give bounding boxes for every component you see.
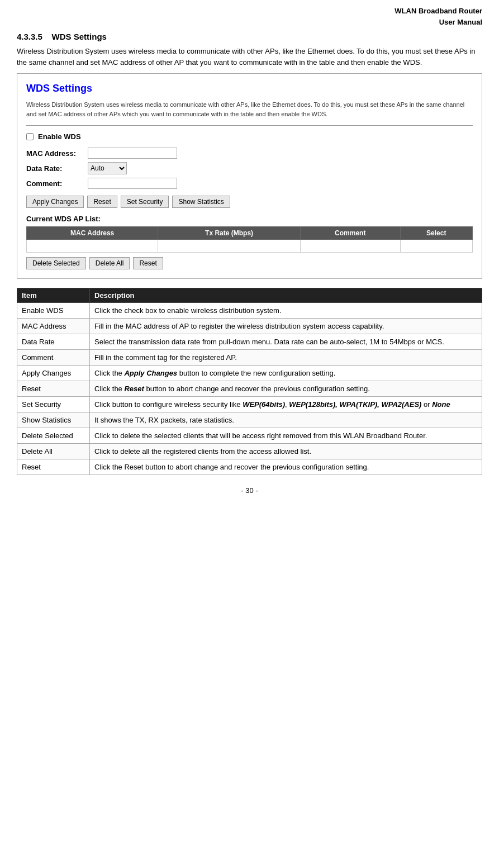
mac-address-input[interactable]: [88, 148, 177, 159]
desc-data-rate: Select the transmission data rate from p…: [90, 334, 482, 350]
page-number: - 30 -: [17, 486, 482, 495]
comment-input[interactable]: [88, 178, 177, 189]
table-row: Comment Fill in the comment tag for the …: [17, 350, 482, 366]
enable-wds-row: Enable WDS: [26, 132, 473, 141]
comment-row: Comment:: [26, 178, 473, 189]
action-buttons-row: Apply Changes Reset Set Security Show St…: [26, 196, 473, 208]
item-mac-address: MAC Address: [17, 319, 90, 334]
set-security-button[interactable]: Set Security: [121, 196, 169, 208]
data-rate-label: Data Rate:: [26, 164, 88, 173]
table-row: Data Rate Select the transmission data r…: [17, 334, 482, 350]
reset-table-button[interactable]: Reset: [133, 257, 163, 269]
col-header-txrate: Tx Rate (Mbps): [158, 227, 301, 240]
desc-col-description: Description: [90, 288, 482, 303]
item-data-rate: Data Rate: [17, 334, 90, 350]
desc-show-statistics: It shows the TX, RX packets, rate statis…: [90, 412, 482, 428]
desc-enable-wds: Click the check box to enable wireless d…: [90, 303, 482, 319]
intro-text: Wireless Distribution System uses wirele…: [17, 46, 482, 68]
delete-all-button[interactable]: Delete All: [89, 257, 130, 269]
col-header-select: Select: [400, 227, 472, 240]
reset-button[interactable]: Reset: [87, 196, 117, 208]
table-row: Delete Selected Click to delete the sele…: [17, 428, 482, 444]
description-table: Item Description Enable WDS Click the ch…: [17, 288, 482, 475]
table-row: MAC Address Fill in the MAC address of A…: [17, 319, 482, 334]
item-show-statistics: Show Statistics: [17, 412, 90, 428]
table-row: Reset Click the Reset button to abort ch…: [17, 459, 482, 475]
wds-settings-box: WDS Settings Wireless Distribution Syste…: [17, 73, 482, 279]
desc-reset: Click the Reset button to abort change a…: [90, 381, 482, 397]
delete-selected-button[interactable]: Delete Selected: [26, 257, 86, 269]
enable-wds-checkbox[interactable]: [26, 133, 34, 140]
data-rate-row: Data Rate: Auto 1M 2M 5.5M 11M 6M 9M 12M…: [26, 162, 473, 174]
current-list-title: Current WDS AP List:: [26, 215, 473, 223]
col-header-comment: Comment: [300, 227, 400, 240]
table-row: Apply Changes Click the Apply Changes bu…: [17, 366, 482, 381]
item-apply-changes: Apply Changes: [17, 366, 90, 381]
header-line1: WLAN Broadband Router: [395, 7, 482, 15]
enable-wds-label: Enable WDS: [38, 132, 81, 141]
wds-box-title: WDS Settings: [26, 83, 473, 94]
item-delete-all: Delete All: [17, 444, 90, 459]
desc-reset-2: Click the Reset button to abort change a…: [90, 459, 482, 475]
mac-address-label: MAC Address:: [26, 149, 88, 158]
col-header-mac: MAC Address: [27, 227, 158, 240]
item-set-security: Set Security: [17, 397, 90, 412]
desc-set-security: Click button to configure wireless secur…: [90, 397, 482, 412]
show-statistics-button[interactable]: Show Statistics: [172, 196, 230, 208]
data-rate-select[interactable]: Auto 1M 2M 5.5M 11M 6M 9M 12M 18M 24M 36…: [88, 162, 127, 174]
desc-delete-all: Click to delete all the registered clien…: [90, 444, 482, 459]
table-row: Reset Click the Reset button to abort ch…: [17, 381, 482, 397]
delete-buttons-row: Delete Selected Delete All Reset: [26, 257, 473, 269]
table-row: Delete All Click to delete all the regis…: [17, 444, 482, 459]
page-header: WLAN Broadband Router User Manual: [17, 6, 482, 27]
mac-address-row: MAC Address:: [26, 148, 473, 159]
desc-col-item: Item: [17, 288, 90, 303]
desc-mac-address: Fill in the MAC address of AP to registe…: [90, 319, 482, 334]
ap-list-table: MAC Address Tx Rate (Mbps) Comment Selec…: [26, 226, 473, 253]
item-reset: Reset: [17, 381, 90, 397]
comment-label: Comment:: [26, 179, 88, 188]
desc-comment: Fill in the comment tag for the register…: [90, 350, 482, 366]
item-reset-2: Reset: [17, 459, 90, 475]
desc-delete-selected: Click to delete the selected clients tha…: [90, 428, 482, 444]
desc-apply-changes: Click the Apply Changes button to comple…: [90, 366, 482, 381]
item-comment: Comment: [17, 350, 90, 366]
apply-changes-button[interactable]: Apply Changes: [26, 196, 84, 208]
item-enable-wds: Enable WDS: [17, 303, 90, 319]
section-title: 4.3.3.5 WDS Settings: [17, 32, 482, 41]
table-row: [27, 240, 473, 253]
header-line2: User Manual: [439, 18, 482, 26]
wds-box-description: Wireless Distribution System uses wirele…: [26, 100, 473, 118]
table-row: Set Security Click button to configure w…: [17, 397, 482, 412]
table-row: Show Statistics It shows the TX, RX pack…: [17, 412, 482, 428]
item-delete-selected: Delete Selected: [17, 428, 90, 444]
table-row: Enable WDS Click the check box to enable…: [17, 303, 482, 319]
